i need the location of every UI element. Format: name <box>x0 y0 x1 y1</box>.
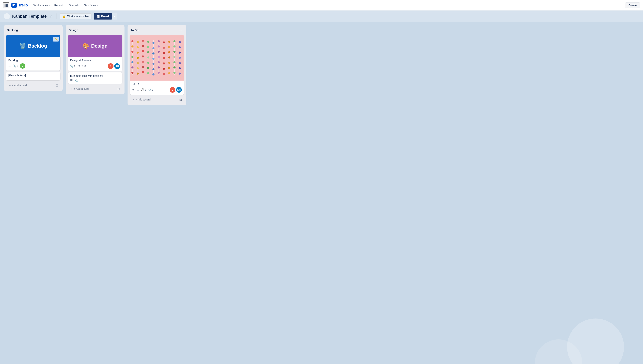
svg-point-62 <box>163 52 165 54</box>
design-column-menu-button[interactable]: ··· <box>116 28 121 32</box>
board-grid-icon: ▦ <box>97 14 100 18</box>
board-content: Backlog ··· 🗑️ Backlog ✏️ Backlog ☰ <box>0 22 643 364</box>
design-card-1-cover: 🎨 Design <box>68 35 122 57</box>
svg-point-15 <box>131 56 133 58</box>
svg-point-53 <box>158 45 160 48</box>
design-time: ⏱ 00:22 <box>77 65 87 68</box>
svg-point-58 <box>158 72 160 74</box>
design-add-card-button[interactable]: + + Add a card <box>70 86 117 92</box>
svg-point-16 <box>131 61 133 63</box>
svg-point-52 <box>158 40 160 42</box>
svg-point-50 <box>152 73 154 76</box>
sidebar-toggle-button[interactable]: › <box>4 13 10 19</box>
svg-point-90 <box>179 72 181 74</box>
design-card-1[interactable]: 🎨 Design Design & Research 📎 2 ⏱ 00:22 <box>68 35 122 71</box>
backlog-card-template-button[interactable]: ⊡ <box>55 83 59 88</box>
svg-point-56 <box>158 61 160 63</box>
backlog-card-1-meta: ☰ 📎 2 ▶ <box>8 63 58 69</box>
navbar: Trello Workspaces ▾ Recent ▾ Starred ▾ T… <box>0 0 643 10</box>
svg-point-49 <box>152 68 154 70</box>
design-emoji: 🎨 <box>83 43 89 49</box>
backlog-add-card-row: + + Add a card ⊡ <box>6 82 60 89</box>
svg-point-42 <box>147 72 149 74</box>
svg-point-26 <box>137 72 139 74</box>
backlog-card-1-edit-button[interactable]: ✏️ <box>53 36 59 42</box>
todo-column: To Do ··· <box>128 25 186 105</box>
todo-card-1[interactable]: To Do 👁 ☰ 💬 1 📎 2 <box>130 35 184 94</box>
workspaces-menu-button[interactable]: Workspaces ▾ <box>32 3 52 8</box>
card-template-icon: ⊡ <box>118 87 120 90</box>
lock-icon: 🔒 <box>63 15 66 18</box>
backlog-card-1[interactable]: 🗑️ Backlog ✏️ Backlog ☰ 📎 2 ▶ <box>6 35 60 70</box>
backlog-play-button[interactable]: ▶ <box>20 63 25 69</box>
chevron-down-icon: ▾ <box>78 4 79 6</box>
design-card-2-meta: ☰ 📎 1 <box>70 79 120 82</box>
svg-point-45 <box>152 47 154 49</box>
svg-rect-7 <box>6 6 7 7</box>
svg-point-72 <box>168 62 170 64</box>
svg-point-79 <box>173 56 176 58</box>
card-template-icon: ⊡ <box>56 84 58 87</box>
eye-icon: 👁 <box>132 88 135 92</box>
todo-card-1-body: To Do 👁 ☰ 💬 1 📎 2 <box>130 80 184 94</box>
backlog-column-menu-button[interactable]: ··· <box>55 28 60 32</box>
svg-point-87 <box>179 57 181 59</box>
svg-point-57 <box>158 66 160 68</box>
attachment-icon: 📎 <box>148 88 151 92</box>
svg-point-46 <box>152 52 154 54</box>
svg-point-74 <box>168 72 170 74</box>
workspace-visible-button[interactable]: 🔒 Workspace visible <box>60 14 92 19</box>
chevron-right-icon: › <box>7 15 8 18</box>
todo-description-icon: ☰ <box>137 88 139 92</box>
board-view-chevron[interactable]: ▾ <box>112 13 117 20</box>
design-card-1-avatars: E KH <box>108 63 120 69</box>
create-button[interactable]: Create <box>625 2 640 8</box>
svg-point-89 <box>179 67 181 70</box>
design-card-1-body: Design & Research 📎 2 ⏱ 00:22 E KH <box>68 57 122 71</box>
svg-point-71 <box>168 56 170 58</box>
attachment-icon: 📎 <box>70 65 74 68</box>
svg-point-65 <box>163 68 165 70</box>
design-card-template-button[interactable]: ⊡ <box>117 86 121 92</box>
chevron-down-icon: ▾ <box>64 4 65 6</box>
svg-point-73 <box>168 67 170 69</box>
trello-logo-icon <box>12 3 17 8</box>
svg-point-36 <box>147 41 149 43</box>
design-card-2-attachment: 📎 1 <box>75 79 80 82</box>
todo-add-card-button[interactable]: + + Add a card <box>131 97 179 102</box>
star-button[interactable]: ☆ <box>49 14 54 19</box>
description-icon: ☰ <box>137 88 139 92</box>
star-icon: ☆ <box>50 14 53 18</box>
svg-rect-8 <box>7 6 8 7</box>
templates-menu-button[interactable]: Templates ▾ <box>82 3 100 8</box>
avatar-kh: KH <box>176 87 182 93</box>
starred-menu-button[interactable]: Starred ▾ <box>67 3 81 8</box>
todo-column-menu-button[interactable]: ··· <box>178 28 183 32</box>
trello-logo[interactable]: Trello <box>10 2 29 9</box>
design-column-header: Design ··· <box>68 27 122 34</box>
recent-menu-button[interactable]: Recent ▾ <box>52 3 66 8</box>
svg-rect-1 <box>6 4 7 5</box>
plus-icon: + <box>71 87 73 90</box>
board-title: Kanban Template <box>12 14 47 19</box>
svg-point-24 <box>137 62 139 64</box>
design-card-2-title: [Example task with designs] <box>70 74 120 77</box>
design-card-1-meta: 📎 2 ⏱ 00:22 E KH <box>70 63 120 69</box>
svg-rect-6 <box>5 6 6 7</box>
design-card-2[interactable]: [Example task with designs] ☰ 📎 1 <box>68 72 122 84</box>
svg-point-37 <box>147 46 149 48</box>
svg-point-81 <box>173 66 176 68</box>
svg-point-33 <box>142 66 144 68</box>
board-view-button[interactable]: ▦ Board <box>94 13 112 20</box>
grid-menu-button[interactable] <box>3 2 9 8</box>
backlog-card-2[interactable]: [Example task] <box>6 72 60 80</box>
todo-card-template-button[interactable]: ⊡ <box>179 97 183 102</box>
svg-point-55 <box>158 56 160 58</box>
svg-point-34 <box>142 71 144 73</box>
svg-point-21 <box>137 46 139 48</box>
svg-point-29 <box>142 45 144 47</box>
svg-point-88 <box>179 62 181 64</box>
backlog-add-card-button[interactable]: + + Add a card <box>8 83 55 88</box>
design-add-card-row: + + Add a card ⊡ <box>68 85 122 92</box>
backlog-attachment-count: 📎 2 <box>13 64 18 68</box>
